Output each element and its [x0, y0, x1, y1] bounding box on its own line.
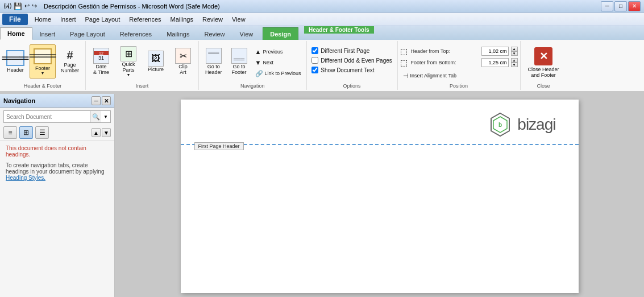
nav-view-pages[interactable]: ⊞	[19, 126, 33, 139]
search-input[interactable]	[4, 111, 90, 122]
footer-from-bottom-label: Footer from Bottom:	[411, 60, 479, 65]
close-button[interactable]: ✕	[628, 1, 641, 11]
file-menu-button[interactable]: File	[2, 14, 28, 25]
mailings-menu-item[interactable]: Mailings	[166, 13, 198, 26]
header-value-input[interactable]	[481, 47, 509, 56]
quick-parts-label: QuickParts	[122, 61, 135, 73]
tab-references[interactable]: References	[113, 27, 159, 40]
tab-view[interactable]: View	[232, 27, 261, 40]
nav-up-button[interactable]: ▲	[92, 128, 101, 137]
review-menu-item[interactable]: Review	[198, 13, 227, 26]
footer-spin-down[interactable]: ▼	[511, 63, 518, 67]
document-page: b bizagi First Page Header	[181, 100, 579, 293]
footer-icon-small: ⬚	[400, 58, 408, 67]
header-spin-down[interactable]: ▼	[511, 51, 518, 56]
search-button[interactable]: 🔍	[90, 111, 101, 122]
document-header-area[interactable]: b bizagi First Page Header	[181, 100, 579, 145]
hf-group-label: Header & Footer	[0, 83, 85, 89]
picture-button[interactable]: 🖼 Picture	[143, 44, 169, 79]
different-odd-even-checkbox[interactable]: Different Odd & Even Pages	[310, 56, 393, 64]
insert-menu-item[interactable]: Insert	[56, 13, 81, 26]
nav-down-button[interactable]: ▼	[102, 128, 111, 137]
ribbon-group-close: ✕ Close Headerand Footer Close	[521, 41, 567, 90]
heading-styles-link[interactable]: Heading Styles.	[6, 175, 45, 181]
diff-first-input[interactable]	[311, 47, 318, 54]
tab-page-layout[interactable]: Page Layout	[63, 27, 113, 40]
page-number-button[interactable]: # PageNumber	[57, 44, 83, 79]
date-time-button[interactable]: 12 31 Date& Time	[88, 44, 114, 79]
show-doc-text-input[interactable]	[311, 67, 318, 73]
clip-art-icon: ✂	[175, 48, 191, 64]
page-layout-menu-item[interactable]: Page Layout	[81, 13, 125, 26]
document-area: b bizagi First Page Header	[115, 94, 644, 297]
goto-footer-button[interactable]: ═══ Go toFooter	[227, 44, 251, 79]
undo-icon[interactable]: ↩	[24, 2, 30, 10]
tab-review[interactable]: Review	[197, 27, 232, 40]
nav-panel-minimize[interactable]: ─	[92, 96, 101, 105]
previous-label: Previous	[263, 49, 282, 55]
nav-view-buttons: ≡ ⊞ ☰ ▲ ▼	[0, 125, 114, 141]
previous-button[interactable]: ▲ Previous	[252, 47, 304, 57]
close-header-footer-button[interactable]: ✕ Close Headerand Footer	[523, 44, 564, 81]
hf-tools-banner: Header & Footer Tools	[304, 26, 374, 34]
view-menu-item[interactable]: View	[227, 13, 250, 26]
header-from-top-label: Header from Top:	[411, 48, 479, 54]
quick-parts-button[interactable]: ⊞ QuickParts ▼	[115, 44, 142, 79]
svg-text:b: b	[498, 122, 502, 128]
show-doc-text-checkbox[interactable]: Show Document Text	[310, 66, 375, 74]
footer-spinner[interactable]: ▲ ▼	[511, 58, 518, 67]
diff-odd-even-input[interactable]	[311, 57, 318, 64]
minimize-button[interactable]: ─	[601, 1, 613, 11]
maximize-button[interactable]: □	[614, 1, 627, 11]
insert-group-items: 12 31 Date& Time ⊞ QuickParts ▼ 🖼 Pictur…	[88, 42, 196, 89]
title-bar: 🄦 💾 ↩ ↪ Descripción Gestión de Permisos …	[0, 0, 644, 13]
footer-spin-up[interactable]: ▲	[511, 58, 518, 63]
ribbon-group-navigation: ═══ Go toHeader ═══ Go toFooter ▲ Previo…	[199, 41, 307, 90]
quick-parts-icon: ⊞	[121, 46, 136, 61]
nav-view-browse[interactable]: ≡	[3, 126, 17, 139]
help-message: To create navigation tabs, create headin…	[6, 162, 109, 181]
document-body[interactable]	[181, 145, 579, 259]
header-spinner[interactable]: ▲ ▼	[511, 47, 518, 56]
ribbon-wrapper: Header & Footer Tools Home Insert Page L…	[0, 26, 644, 91]
header-spin-up[interactable]: ▲	[511, 47, 518, 51]
search-dropdown[interactable]: ▼	[101, 111, 110, 122]
nav-nav-buttons: ▲ ▼	[92, 128, 111, 137]
header-button[interactable]: ═══ Header	[2, 44, 28, 79]
first-page-header-label: First Page Header	[194, 142, 244, 150]
save-icon[interactable]: 💾	[14, 2, 22, 10]
next-button[interactable]: ▼ Next	[252, 57, 304, 68]
ribbon-group-position: ⬚ Header from Top: ▲ ▼ ⬚ Footer from Bot…	[398, 41, 521, 90]
diff-first-label: Different First Page	[321, 48, 369, 54]
search-box: 🔍 ▼	[3, 110, 111, 123]
tab-insert[interactable]: Insert	[32, 27, 63, 40]
next-icon: ▼	[255, 59, 261, 66]
insert-alignment-tab-button[interactable]: ⊣ Insert Alignment Tab	[400, 71, 459, 81]
footer-value-input[interactable]	[481, 58, 509, 67]
previous-icon: ▲	[255, 48, 261, 55]
page-number-label: PageNumber	[61, 62, 79, 73]
page-number-icon: #	[67, 50, 73, 61]
tab-design[interactable]: Design	[263, 27, 298, 40]
header-from-top-field: ⬚ Header from Top: ▲ ▼	[400, 47, 518, 56]
redo-icon[interactable]: ↪	[32, 2, 37, 10]
nav-view-results[interactable]: ☰	[35, 126, 49, 139]
footer-label: Footer	[35, 65, 50, 71]
align-tab-icon: ⊣	[403, 72, 409, 80]
quick-parts-dropdown: ▼	[127, 73, 131, 77]
nav-panel-close[interactable]: ✕	[102, 96, 111, 105]
references-menu-item[interactable]: References	[124, 13, 165, 26]
date-time-label: Date& Time	[93, 64, 109, 75]
clip-art-button[interactable]: ✂ ClipArt	[170, 44, 196, 79]
picture-label: Picture	[148, 67, 164, 72]
nav-group-label: Navigation	[199, 83, 306, 89]
goto-header-button[interactable]: ═══ Go toHeader	[201, 44, 226, 79]
different-first-page-checkbox[interactable]: Different First Page	[310, 47, 371, 55]
position-group-label: Position	[398, 83, 520, 89]
home-menu-item[interactable]: Home	[30, 13, 56, 26]
link-to-previous-button[interactable]: 🔗 Link to Previous	[252, 68, 304, 79]
title-text: Descripción Gestión de Permisos - Micros…	[44, 3, 220, 10]
tab-mailings[interactable]: Mailings	[159, 27, 197, 40]
tab-home[interactable]: Home	[0, 27, 32, 40]
footer-button[interactable]: ═══ Footer ▼	[30, 44, 56, 79]
